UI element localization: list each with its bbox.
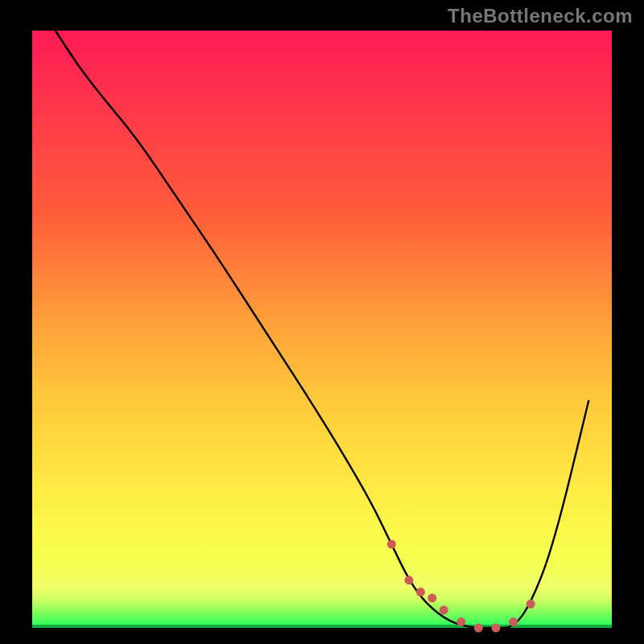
chart-container: { "watermark": "TheBottleneck.com", "col… [0, 0, 644, 644]
optimal-dot [474, 624, 483, 633]
optimal-dot [416, 588, 425, 597]
optimal-dot [509, 617, 518, 626]
baseline-band [32, 625, 612, 628]
optimal-dot [427, 593, 436, 602]
optimal-dot [492, 624, 501, 633]
heat-panel [32, 31, 612, 628]
bottleneck-plot [0, 0, 644, 644]
optimal-dot [526, 600, 535, 609]
optimal-dot [456, 617, 465, 626]
watermark-text: TheBottleneck.com [448, 5, 633, 27]
optimal-dot [405, 576, 414, 584]
optimal-dot [387, 540, 396, 549]
optimal-dot [440, 605, 448, 614]
